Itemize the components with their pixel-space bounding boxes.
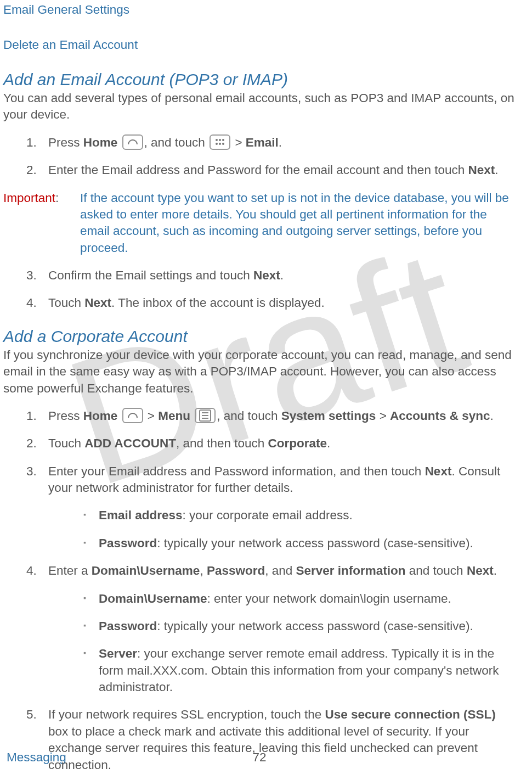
step-1: Press Home , and touch > Email. — [26, 134, 516, 151]
home-icon — [122, 408, 143, 423]
important-note: Important: If the account type you want … — [3, 190, 516, 257]
menu-icon — [195, 408, 216, 423]
important-label: Important — [3, 191, 55, 205]
intro-corporate: If you synchronize your device with your… — [3, 347, 516, 397]
heading-add-corporate-account: Add a Corporate Account — [3, 327, 516, 346]
home-icon — [122, 134, 143, 150]
sub-domain-username: Domain\Username: enter your network doma… — [83, 591, 516, 607]
step-3: Confirm the Email settings and touch Nex… — [26, 267, 516, 284]
sub-password: Password: typically your network access … — [83, 535, 516, 552]
corp-step-2: Touch ADD ACCOUNT, and then touch Corpor… — [26, 435, 516, 452]
link-email-general-settings[interactable]: Email General Settings — [3, 0, 516, 20]
sub-server: Server: your exchange server remote emai… — [83, 646, 516, 695]
sub-email-address: Email address: your corporate email addr… — [83, 507, 516, 524]
corp-step-3: Enter your Email address and Password in… — [26, 463, 516, 552]
step-2: Enter the Email address and Password for… — [26, 162, 516, 178]
corp-step-1: Press Home > Menu , and touch System set… — [26, 408, 516, 424]
corp-step-4: Enter a Domain\Username, Password, and S… — [26, 563, 516, 695]
sub-password-2: Password: typically your network access … — [83, 618, 516, 635]
step-4: Touch Next. The inbox of the account is … — [26, 295, 516, 311]
apps-grid-icon — [210, 134, 230, 150]
important-text: If the account type you want to set up i… — [80, 190, 516, 257]
link-delete-email-account[interactable]: Delete an Email Account — [3, 35, 516, 55]
heading-add-email-account: Add an Email Account (POP3 or IMAP) — [3, 70, 516, 89]
intro-add-email: You can add several types of personal em… — [3, 90, 516, 124]
corp-step-5: If your network requires SSL encryption,… — [26, 706, 516, 773]
